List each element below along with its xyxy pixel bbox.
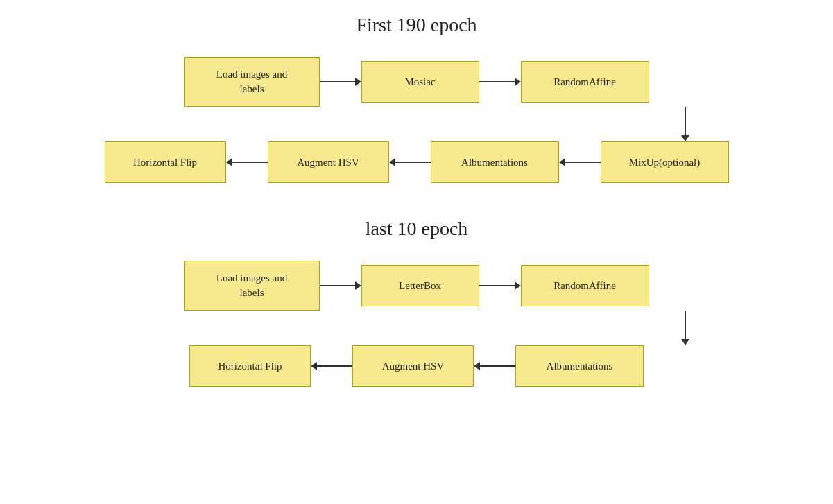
arrow-flip-from-hsv bbox=[226, 158, 268, 166]
node-load-images-2: Load images andlabels bbox=[184, 261, 320, 311]
node-augment-hsv-1: Augment HSV bbox=[268, 141, 389, 183]
node-mixup: MixUp(optional) bbox=[601, 141, 729, 183]
diagram-first-epoch: First 190 epoch Load images andlabels Mo… bbox=[0, 14, 833, 183]
arrow-flip2-from-hsv bbox=[311, 362, 352, 370]
title-first-epoch: First 190 epoch bbox=[356, 14, 476, 36]
node-load-images-1: Load images andlabels bbox=[184, 57, 320, 107]
flow-first-epoch: Load images andlabels Mosiac RandomAffin… bbox=[0, 57, 833, 183]
arrow-hsv-from-album bbox=[389, 158, 431, 166]
node-albumentations-2: Albumentations bbox=[515, 345, 644, 387]
flow-row-2-top: Load images andlabels LetterBox RandomAf… bbox=[184, 261, 649, 311]
node-letterbox: LetterBox bbox=[361, 265, 479, 306]
arrow-hsv2-from-album bbox=[474, 362, 515, 370]
arrow-v-wrapper-2 bbox=[0, 311, 833, 345]
node-random-affine-2: RandomAffine bbox=[521, 265, 649, 306]
arrow-mosiac-to-affine bbox=[479, 78, 521, 86]
node-horizontal-flip-1: Horizontal Flip bbox=[105, 141, 226, 183]
title-last-epoch: last 10 epoch bbox=[366, 218, 468, 240]
flow-last-epoch: Load images andlabels LetterBox RandomAf… bbox=[0, 261, 833, 387]
arrow-v-wrapper-1 bbox=[0, 107, 833, 141]
flow-row-2-bottom: Horizontal Flip Augment HSV Albumentatio… bbox=[189, 345, 644, 387]
flow-row-1-bottom: Horizontal Flip Augment HSV Albumentatio… bbox=[105, 141, 729, 183]
node-mosiac: Mosiac bbox=[361, 61, 479, 103]
node-horizontal-flip-2: Horizontal Flip bbox=[189, 345, 311, 387]
arrow-letterbox-to-affine bbox=[479, 281, 521, 290]
arrow-affine-down-2 bbox=[681, 311, 689, 345]
node-random-affine-1: RandomAffine bbox=[521, 61, 649, 103]
arrow-load-to-mosiac bbox=[320, 78, 361, 86]
arrow-album-from-mixup bbox=[559, 158, 601, 166]
arrow-load-to-letterbox bbox=[320, 281, 361, 290]
diagram-last-epoch: last 10 epoch Load images andlabels Lett… bbox=[0, 218, 833, 387]
flow-row-1-top: Load images andlabels Mosiac RandomAffin… bbox=[184, 57, 649, 107]
node-albumentations-1: Albumentations bbox=[431, 141, 559, 183]
node-augment-hsv-2: Augment HSV bbox=[352, 345, 474, 387]
arrow-affine-down-1 bbox=[681, 107, 689, 141]
